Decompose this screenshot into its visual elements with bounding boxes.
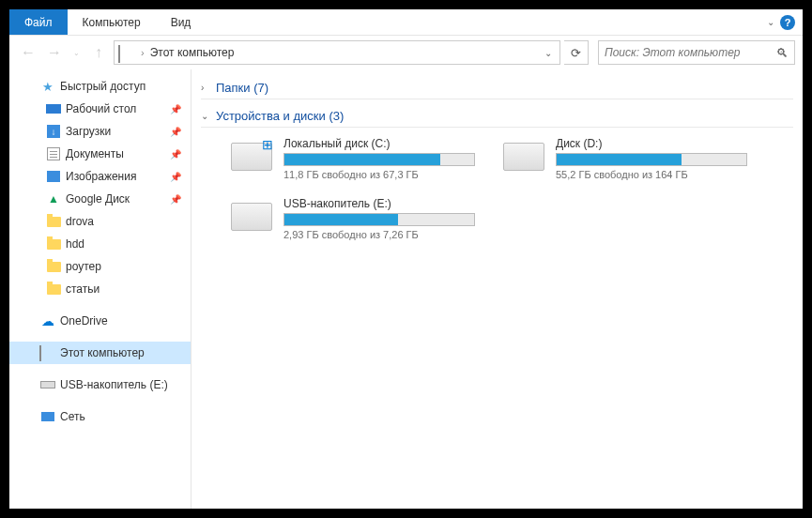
sidebar-label: OneDrive — [60, 314, 108, 328]
sidebar-item-folder-articles[interactable]: статьи — [9, 278, 191, 300]
folder-icon — [45, 236, 62, 251]
ribbon-expand-icon[interactable]: ⌄ — [767, 17, 774, 27]
sidebar-label: Сеть — [60, 410, 85, 423]
navigation-bar: ← → ⌄ ↑ › Этот компьютер ⌄ ⟳ 🔍︎ — [9, 36, 803, 69]
gdrive-icon — [45, 191, 62, 206]
section-folders-label: Папки (7) — [216, 81, 268, 95]
address-text: Этот компьютер — [150, 46, 535, 59]
help-icon[interactable]: ? — [780, 15, 795, 30]
sidebar-network[interactable]: Сеть — [9, 405, 191, 428]
onedrive-icon — [39, 313, 56, 328]
pin-icon: 📌 — [170, 127, 181, 137]
refresh-button[interactable]: ⟳ — [564, 40, 589, 65]
drive-bar-fill — [284, 154, 440, 165]
navigation-pane: ★ Быстрый доступ Рабочий стол 📌 Загрузки… — [9, 69, 192, 509]
this-pc-icon — [39, 345, 56, 360]
sidebar-usb-drive[interactable]: USB-накопитель (E:) — [9, 373, 191, 396]
search-icon[interactable]: 🔍︎ — [776, 46, 789, 60]
content-pane: › Папки (7) ⌄ Устройства и диски (3) ⊞ Л… — [192, 69, 803, 509]
folder-icon — [45, 214, 62, 229]
sidebar-this-pc[interactable]: Этот компьютер — [9, 342, 191, 364]
windows-flag-icon: ⊞ — [262, 137, 273, 152]
address-dropdown-icon[interactable]: ⌄ — [541, 48, 556, 58]
sidebar-label: Быстрый доступ — [60, 80, 146, 93]
drive-name: Диск (D:) — [556, 137, 747, 150]
desktop-icon — [45, 101, 62, 116]
drive-name: USB-накопитель (E:) — [283, 197, 475, 210]
drive-capacity-bar — [556, 153, 747, 166]
sidebar-item-folder-drova[interactable]: drova — [9, 210, 191, 233]
explorer-window: Файл Компьютер Вид ⌄ ? ← → ⌄ ↑ › Этот ко… — [9, 9, 803, 509]
nav-back-button[interactable]: ← — [17, 41, 39, 64]
sidebar-label: USB-накопитель (E:) — [60, 378, 168, 391]
sidebar-item-pictures[interactable]: Изображения 📌 — [9, 165, 191, 188]
drive-tile-d[interactable]: Диск (D:) 55,2 ГБ свободно из 164 ГБ — [498, 133, 751, 184]
usb-icon — [39, 377, 56, 392]
search-input[interactable] — [605, 46, 776, 59]
nav-up-button[interactable]: ↑ — [87, 41, 110, 64]
sidebar-item-documents[interactable]: Документы 📌 — [9, 143, 191, 165]
drive-bar-fill — [557, 154, 682, 165]
drive-info: Диск (D:) 55,2 ГБ свободно из 164 ГБ — [556, 137, 747, 180]
drive-tile-e[interactable]: USB-накопитель (E:) 2,93 ГБ свободно из … — [225, 193, 479, 244]
nav-forward-button[interactable]: → — [43, 41, 66, 64]
nav-history-dropdown[interactable]: ⌄ — [69, 49, 84, 57]
drive-stats: 55,2 ГБ свободно из 164 ГБ — [556, 169, 747, 180]
chevron-down-icon: ⌄ — [201, 111, 210, 121]
sidebar-item-gdrive[interactable]: Google Диск 📌 — [9, 188, 191, 210]
folder-icon — [45, 259, 62, 274]
sidebar-item-desktop[interactable]: Рабочий стол 📌 — [9, 98, 191, 120]
section-folders[interactable]: › Папки (7) — [201, 77, 793, 99]
sidebar-quick-access[interactable]: ★ Быстрый доступ — [9, 75, 191, 98]
drive-info: USB-накопитель (E:) 2,93 ГБ свободно из … — [283, 197, 475, 240]
sidebar-item-label: Изображения — [66, 170, 136, 183]
drive-stats: 11,8 ГБ свободно из 67,3 ГБ — [283, 169, 475, 180]
ribbon-tab-file[interactable]: Файл — [9, 9, 68, 35]
drive-icon — [229, 197, 274, 236]
documents-icon — [45, 146, 62, 161]
address-bar[interactable]: › Этот компьютер ⌄ — [114, 40, 560, 65]
chevron-right-icon: › — [201, 83, 210, 93]
body: ★ Быстрый доступ Рабочий стол 📌 Загрузки… — [9, 69, 803, 509]
sidebar-onedrive[interactable]: OneDrive — [9, 310, 191, 332]
ribbon-tab-computer[interactable]: Компьютер — [68, 9, 156, 35]
sidebar-item-folder-hdd[interactable]: hdd — [9, 233, 191, 255]
star-icon: ★ — [39, 79, 56, 94]
sidebar-item-folder-router[interactable]: роутер — [9, 255, 191, 278]
drive-capacity-bar — [283, 213, 475, 226]
pin-icon: 📌 — [170, 104, 181, 114]
pin-icon: 📌 — [170, 194, 181, 205]
pictures-icon — [45, 169, 62, 184]
section-drives-label: Устройства и диски (3) — [216, 109, 344, 123]
folder-icon — [45, 282, 62, 297]
drives-grid: ⊞ Локальный диск (C:) 11,8 ГБ свободно и… — [201, 133, 793, 244]
sidebar-item-label: Документы — [66, 147, 124, 160]
drive-icon: ⊞ — [229, 137, 274, 176]
drive-bar-fill — [284, 214, 398, 225]
sidebar-label: Этот компьютер — [60, 346, 145, 359]
sidebar-item-label: Загрузки — [66, 125, 111, 138]
drive-capacity-bar — [283, 153, 475, 166]
sidebar-item-label: drova — [66, 215, 94, 228]
drive-info: Локальный диск (C:) 11,8 ГБ свободно из … — [283, 137, 475, 180]
sidebar-item-downloads[interactable]: Загрузки 📌 — [9, 120, 191, 143]
sidebar-item-label: роутер — [66, 260, 101, 273]
ribbon-menu: Файл Компьютер Вид ⌄ ? — [9, 9, 803, 36]
ribbon-tab-view[interactable]: Вид — [156, 9, 207, 35]
section-drives[interactable]: ⌄ Устройства и диски (3) — [201, 105, 793, 128]
this-pc-icon — [118, 46, 135, 59]
sidebar-item-label: Google Диск — [66, 192, 130, 206]
drive-tile-c[interactable]: ⊞ Локальный диск (C:) 11,8 ГБ свободно и… — [225, 133, 479, 184]
search-box[interactable]: 🔍︎ — [598, 40, 795, 65]
sidebar-item-label: статьи — [66, 282, 100, 296]
address-separator: › — [141, 47, 145, 58]
pin-icon: 📌 — [170, 149, 181, 160]
network-icon — [39, 409, 56, 424]
pin-icon: 📌 — [170, 172, 181, 182]
drive-icon — [501, 137, 546, 176]
sidebar-item-label: Рабочий стол — [66, 102, 136, 115]
drive-name: Локальный диск (C:) — [283, 137, 475, 150]
drive-stats: 2,93 ГБ свободно из 7,26 ГБ — [283, 229, 475, 240]
downloads-icon — [45, 124, 62, 139]
sidebar-item-label: hdd — [66, 237, 84, 251]
